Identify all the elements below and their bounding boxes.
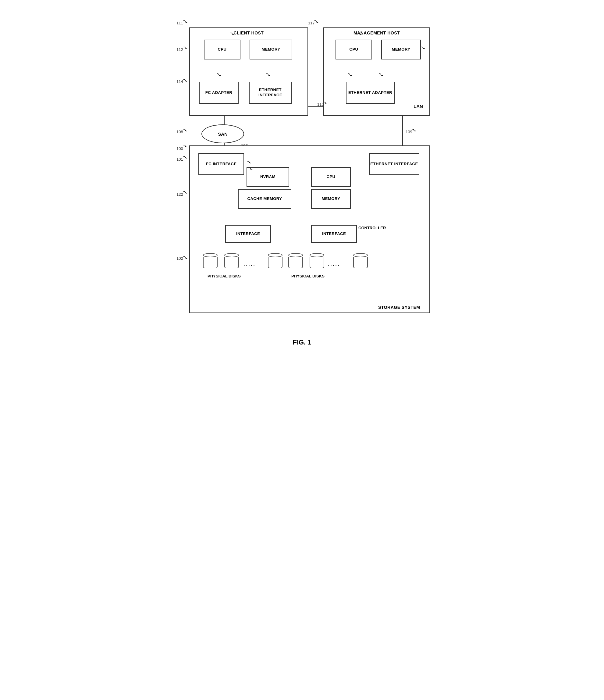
interface1-box: INTERFACE	[225, 225, 271, 243]
storage-system-label: STORAGE SYSTEM	[378, 305, 420, 310]
mgmt-memory-box: MEMORY	[381, 40, 421, 59]
client-memory-box: MEMORY	[250, 40, 292, 59]
dots-2: ·····	[328, 262, 340, 269]
disk-2a	[288, 253, 303, 268]
cache-memory-box: CACHE MEMORY	[238, 189, 291, 209]
disk-1c	[268, 253, 283, 268]
client-fc-adapter-box: FC ADAPTER	[199, 82, 239, 104]
san-label: SAN	[218, 131, 228, 136]
mgmt-cpu-box: CPU	[336, 40, 372, 59]
squiggle-102: 〜	[181, 254, 189, 262]
dots-1: ·····	[243, 262, 256, 269]
san-ellipse: SAN	[202, 124, 244, 143]
controller-label: CONTROLLER	[358, 226, 386, 230]
mgmt-ethernet-adapter-box: ETHERNET ADAPTER	[346, 82, 395, 104]
physical-disks-label-1: PHYSICAL DISKS	[208, 274, 241, 278]
client-host-label: CLIENT HOST	[234, 30, 264, 35]
disk-2b	[310, 253, 324, 268]
storage-fc-interface-box: FC INTERFACE	[199, 153, 244, 175]
client-cpu-box: CPU	[204, 40, 240, 59]
physical-disks-label-2: PHYSICAL DISKS	[291, 274, 324, 278]
figure-label: FIG. 1	[171, 339, 433, 346]
disk-1b	[224, 253, 239, 268]
page: 111 112 113 114 115 116 117 118 119 120 …	[165, 6, 439, 352]
diagram: 111 112 113 114 115 116 117 118 119 120 …	[171, 12, 433, 332]
storage-cpu-box: CPU	[311, 167, 351, 187]
disk-2c	[353, 253, 368, 268]
interface2-box: INTERFACE	[311, 225, 357, 243]
client-ethernet-box: ETHERNET INTERFACE	[249, 82, 292, 104]
lan-label: LAN	[414, 104, 423, 109]
storage-ethernet-interface-box: ETHERNET INTERFACE	[369, 153, 419, 175]
nvram-box: NVRAM	[246, 167, 289, 187]
storage-memory-box: MEMORY	[311, 189, 351, 209]
disk-1a	[203, 253, 217, 268]
